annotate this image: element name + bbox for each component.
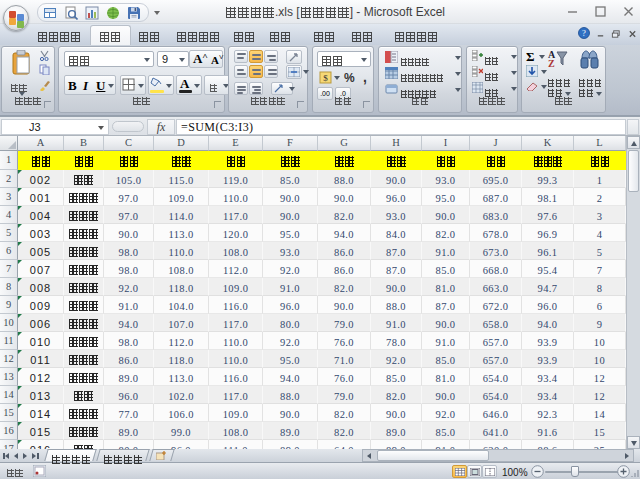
svg-text:?: ?	[582, 28, 586, 38]
svg-text:$: $	[323, 73, 328, 83]
